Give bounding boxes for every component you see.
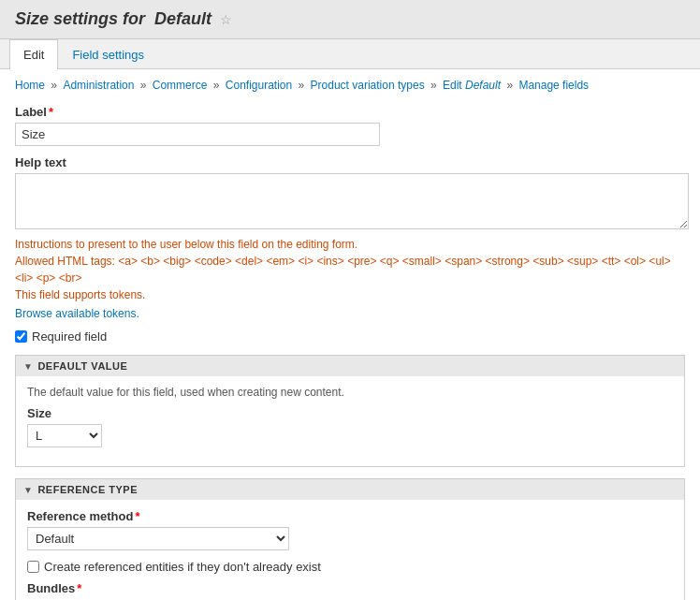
label-field-group: Label* [15,105,685,146]
default-value-body: The default value for this field, used w… [16,376,684,466]
breadcrumb-edit-default[interactable]: Edit Default [443,79,501,92]
default-value-description: The default value for this field, used w… [27,386,673,399]
create-referenced-checkbox[interactable] [27,561,39,573]
size-label: Size [27,406,673,420]
browse-tokens-link[interactable]: Browse available tokens. [15,307,139,320]
size-field-group: Size L M S XL XS [27,406,673,447]
create-referenced-row: Create referenced entities if they don't… [27,560,673,574]
breadcrumb: Home » Administration » Commerce » Confi… [15,79,685,92]
help-text-input[interactable] [15,173,689,229]
bundles-label: Bundles* [27,581,673,595]
bundles-group: Bundles* Size [27,581,673,600]
breadcrumb-commerce[interactable]: Commerce [153,79,208,92]
reference-type-header[interactable]: ▼ REFERENCE TYPE [16,479,684,500]
default-value-arrow: ▼ [23,361,33,372]
star-icon[interactable]: ☆ [220,12,232,27]
required-field-row: Required field [15,329,685,344]
breadcrumb-administration[interactable]: Administration [63,79,134,92]
reference-type-body: Reference method* Default Views Create r… [16,500,684,600]
reference-method-group: Reference method* Default Views [27,509,673,550]
help-text-label: Help text [15,155,685,169]
breadcrumb-product-variation-types[interactable]: Product variation types [311,79,425,92]
label-field-label: Label* [15,105,685,119]
default-value-section: ▼ DEFAULT VALUE The default value for th… [15,355,685,467]
page-title: Size settings for Default ☆ [15,9,685,29]
tabs-bar: Edit Field settings [0,39,700,69]
required-star-ref: * [135,509,139,523]
reference-method-label: Reference method* [27,509,673,523]
required-field-checkbox[interactable] [15,330,27,343]
breadcrumb-home[interactable]: Home [15,79,45,92]
page-title-bar: Size settings for Default ☆ [0,0,700,39]
size-select[interactable]: L M S XL XS [27,424,102,447]
default-value-header[interactable]: ▼ DEFAULT VALUE [16,356,684,376]
help-text-field-group: Help text Instructions to present to the… [15,155,685,320]
required-field-label-text: Required field [32,329,107,344]
breadcrumb-configuration[interactable]: Configuration [226,79,292,92]
reference-method-select[interactable]: Default Views [27,527,289,550]
breadcrumb-manage-fields[interactable]: Manage fields [518,79,589,92]
reference-type-section: ▼ REFERENCE TYPE Reference method* Defau… [15,478,685,600]
create-referenced-label: Create referenced entities if they don't… [44,560,321,574]
help-instructions: Instructions to present to the user belo… [15,236,685,303]
label-input[interactable] [15,123,380,146]
tab-field-settings[interactable]: Field settings [58,39,158,69]
page-content: Home » Administration » Commerce » Confi… [0,69,700,600]
tab-edit[interactable]: Edit [9,39,58,69]
required-star-label: * [49,105,53,119]
reference-type-arrow: ▼ [23,485,33,495]
required-star-bundles: * [77,581,81,595]
